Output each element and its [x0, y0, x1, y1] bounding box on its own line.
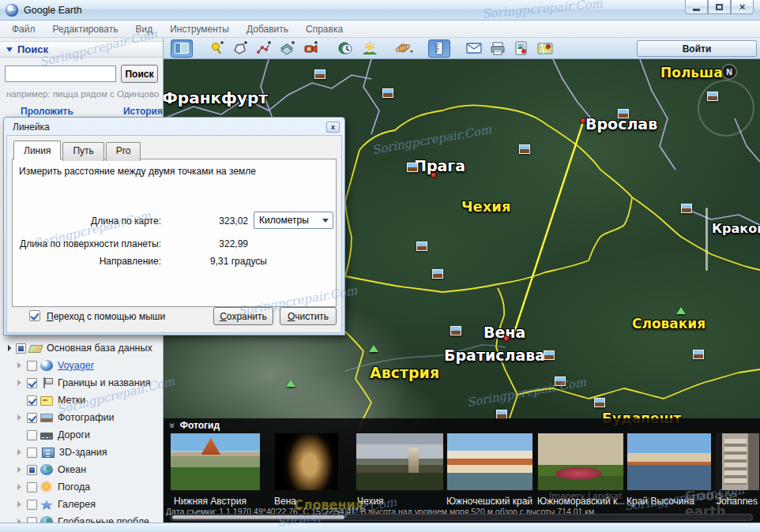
- titlebar[interactable]: Google Earth ×: [0, 0, 760, 21]
- google-earth-window: Google Earth × Файл Редактировать Вид Ин…: [0, 0, 760, 532]
- photo-thumbnail[interactable]: [446, 433, 533, 491]
- compass-north-control[interactable]: N: [721, 64, 737, 80]
- ruler-dialog-titlebar[interactable]: Линейка x: [6, 119, 342, 135]
- photo-strip-header[interactable]: » Фотогид: [164, 418, 760, 433]
- sidebar-toggle-button[interactable]: [171, 39, 193, 58]
- save-button[interactable]: Сохранить: [213, 307, 273, 325]
- photo-caption: Южночешский край: [446, 496, 532, 507]
- email-button[interactable]: [463, 39, 485, 58]
- photo-poi-icon[interactable]: [618, 109, 629, 118]
- units-dropdown[interactable]: Километры: [254, 212, 333, 229]
- layer-checkbox[interactable]: [27, 482, 37, 493]
- print-button[interactable]: [487, 39, 509, 58]
- photo-poi-icon[interactable]: [416, 242, 427, 251]
- mouse-navigation-label: Переход с помощью мыши: [47, 311, 165, 322]
- ground-length-value: 322,99: [201, 238, 248, 249]
- photo-poi-icon[interactable]: [594, 398, 605, 407]
- menu-view[interactable]: Вид: [126, 21, 161, 38]
- expander-icon[interactable]: [16, 466, 24, 474]
- maximize-button[interactable]: [708, 0, 731, 14]
- add-image-overlay-button[interactable]: [277, 39, 299, 58]
- photo-strip-scrollbar[interactable]: [170, 514, 753, 521]
- minimize-button[interactable]: [685, 0, 708, 14]
- expander-icon[interactable]: [16, 379, 24, 388]
- mountain-peak-icon: [676, 307, 686, 314]
- sign-in-button[interactable]: Войти: [637, 40, 757, 57]
- layer-checkbox[interactable]: [27, 500, 37, 510]
- photo-thumbnail[interactable]: [274, 433, 339, 491]
- expander-icon[interactable]: [16, 414, 24, 422]
- photo-poi-icon[interactable]: [519, 144, 530, 154]
- photo-poi-icon[interactable]: [681, 204, 692, 213]
- dialog-close-button[interactable]: x: [326, 122, 340, 133]
- photo-poi-icon[interactable]: [382, 88, 393, 98]
- photo-poi-icon[interactable]: [544, 350, 555, 360]
- look-ring-control[interactable]: [698, 80, 754, 137]
- photo-poi-icon[interactable]: [432, 269, 443, 279]
- search-button[interactable]: Поиск: [121, 65, 158, 83]
- historical-imagery-button[interactable]: [335, 39, 357, 58]
- photo-thumbnail[interactable]: [170, 433, 261, 491]
- video-camera-icon: [303, 41, 319, 55]
- prague-placemark[interactable]: [431, 172, 437, 178]
- ruler-tabs: Линия Путь Pro: [12, 140, 337, 159]
- expander-icon[interactable]: [5, 344, 13, 353]
- photo-poi-icon[interactable]: [407, 163, 418, 172]
- saturn-icon: [395, 41, 414, 55]
- menu-add[interactable]: Добавить: [238, 21, 297, 38]
- menu-file[interactable]: Файл: [3, 21, 44, 38]
- layer-checkbox[interactable]: [16, 343, 26, 354]
- layer-checkbox[interactable]: [27, 465, 37, 475]
- layer-checkbox[interactable]: [27, 395, 37, 406]
- add-path-button[interactable]: [253, 39, 275, 58]
- photo-thumbnail[interactable]: [356, 433, 444, 491]
- add-polygon-button[interactable]: [229, 39, 251, 58]
- measure-endpoint-placemark[interactable]: [580, 118, 586, 124]
- expander-icon[interactable]: [16, 483, 24, 492]
- photo-thumbnail[interactable]: [626, 433, 712, 491]
- path-icon: [256, 41, 272, 55]
- expander-icon[interactable]: [16, 362, 24, 370]
- menu-help[interactable]: Справка: [297, 21, 352, 38]
- menu-edit[interactable]: Редактировать: [44, 21, 127, 38]
- layer-checkbox[interactable]: [27, 378, 37, 388]
- photo-poi-icon[interactable]: [555, 377, 566, 386]
- photo-poi-icon[interactable]: [314, 69, 325, 79]
- expander-icon[interactable]: [16, 448, 24, 457]
- tab-line[interactable]: Линия: [13, 140, 61, 159]
- photo-caption: Johannes: [717, 496, 758, 507]
- photo-poi-icon[interactable]: [707, 92, 718, 101]
- sun-icon: [43, 483, 50, 490]
- planets-button[interactable]: [393, 39, 416, 58]
- photo-poi-icon[interactable]: [450, 326, 461, 335]
- add-placemark-button[interactable]: [205, 39, 228, 58]
- layer-checkbox[interactable]: [27, 448, 37, 458]
- sunlight-button[interactable]: [359, 39, 381, 58]
- close-button[interactable]: ×: [731, 0, 754, 14]
- layer-checkbox[interactable]: [27, 361, 37, 371]
- ruler-button[interactable]: [428, 39, 450, 58]
- record-tour-button[interactable]: [300, 39, 322, 58]
- photo-caption: Край Высочина: [626, 496, 694, 507]
- search-panel-header[interactable]: Поиск: [0, 41, 163, 58]
- expander-icon[interactable]: [16, 500, 24, 509]
- mouse-navigation-checkbox[interactable]: [29, 310, 40, 321]
- building-icon: [42, 448, 55, 458]
- vienna-placemark[interactable]: [503, 335, 510, 342]
- photo-thumbnail[interactable]: [715, 433, 760, 491]
- menu-tools[interactable]: Инструменты: [161, 21, 238, 38]
- layer-checkbox[interactable]: [27, 413, 37, 423]
- layer-row-roads: Дороги: [0, 426, 163, 444]
- photo-poi-icon[interactable]: [693, 350, 704, 359]
- tab-path[interactable]: Путь: [62, 142, 103, 161]
- scrollbar-thumb[interactable]: [172, 515, 344, 519]
- photo-thumbnail[interactable]: [537, 433, 624, 491]
- search-input[interactable]: [5, 66, 116, 82]
- layer-row-3d-buildings: 3D-здания: [0, 444, 163, 461]
- zoom-slider-control[interactable]: [705, 208, 708, 271]
- save-image-button[interactable]: [510, 39, 532, 58]
- view-in-maps-button[interactable]: [534, 39, 556, 58]
- clear-button[interactable]: Очистить: [280, 307, 337, 325]
- layer-checkbox[interactable]: [27, 430, 37, 440]
- tab-pro[interactable]: Pro: [106, 142, 141, 161]
